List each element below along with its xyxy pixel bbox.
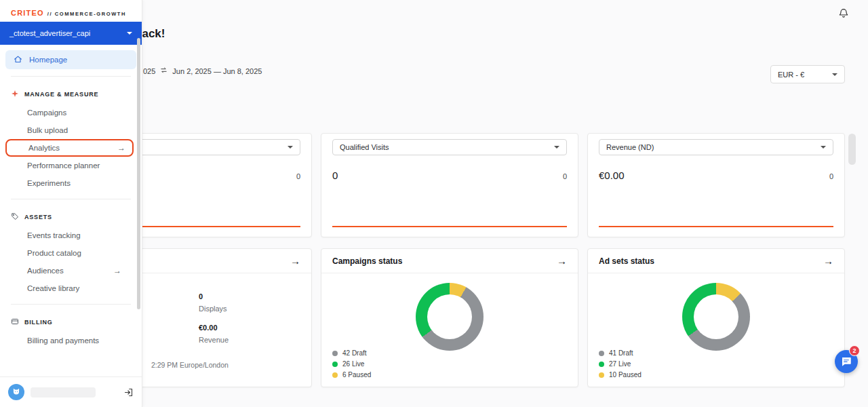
section-title: MANAGE & MEASURE: [24, 91, 98, 98]
sidebar-item-label: Homepage: [29, 56, 67, 64]
arrow-right-icon[interactable]: →: [823, 255, 833, 267]
criteo-logo: CRITEO // COMMERCE-GROWTH: [0, 0, 142, 22]
legend-dot-paused: [332, 372, 338, 378]
currency-dropdown[interactable]: EUR - €: [770, 65, 845, 83]
stat-label: Displays: [199, 305, 227, 313]
app-root: Welcome back! 025 Jun 2, 2025 — Jun 8, 2…: [0, 0, 868, 407]
kpi-select-label: Qualified Visits: [340, 143, 389, 151]
kpi-card-2: Qualified Visits 0 0: [321, 133, 578, 237]
kpi-sparkline: [332, 226, 567, 227]
legend-label: 42 Draft: [342, 349, 367, 357]
date-range-row[interactable]: 025 Jun 2, 2025 — Jun 8, 2025: [143, 66, 262, 75]
kpi-value: 0: [332, 170, 338, 181]
chat-unread-badge: 2: [849, 345, 860, 356]
notification-bell-icon[interactable]: [838, 7, 849, 22]
adsets-status-legend: 41 Draft 27 Live 10 Paused: [599, 349, 642, 379]
sidebar-item-label: Product catalog: [27, 249, 81, 257]
arrow-right-icon[interactable]: →: [557, 255, 567, 267]
kpi-sparkline: [599, 226, 833, 227]
compare-arrows-icon: [159, 66, 168, 75]
sidebar-item-label: Bulk upload: [27, 126, 68, 134]
user-avatar[interactable]: [8, 384, 24, 400]
arrow-right-icon: →: [117, 143, 125, 153]
sidebar-item-label: Campaigns: [27, 109, 66, 117]
legend-label: 10 Paused: [609, 371, 642, 379]
kpi-select-label: Revenue (ND): [606, 143, 654, 151]
sidebar-item-experiments[interactable]: Experiments: [0, 174, 142, 192]
kpi-value: €0.00: [599, 170, 625, 181]
legend-label: 6 Paused: [342, 371, 371, 379]
kpi-side-value: 0: [563, 172, 567, 180]
sidebar-item-bulk-upload[interactable]: Bulk upload: [0, 121, 142, 139]
date-prefix: 025: [143, 67, 155, 75]
chevron-down-icon: [821, 146, 826, 149]
sidebar-divider: [11, 199, 131, 199]
chevron-down-icon: [127, 32, 132, 35]
section-title: ASSETS: [24, 214, 52, 220]
legend-dot-live: [599, 362, 604, 367]
date-range: Jun 2, 2025 — Jun 8, 2025: [172, 67, 262, 75]
legend-item: 26 Live: [332, 360, 371, 368]
adsets-status-donut-chart: [682, 283, 750, 351]
page-scrollbar-thumb[interactable]: [848, 134, 856, 165]
sidebar-item-billing-and-payments[interactable]: Billing and payments: [0, 332, 142, 349]
legend-label: 26 Live: [342, 360, 364, 368]
sidebar-item-label: Analytics: [28, 144, 60, 152]
legend-item: 10 Paused: [599, 371, 642, 379]
sidebar-item-label: Performance planner: [27, 161, 100, 170]
campaigns-status-header: Campaigns status →: [321, 249, 578, 273]
sidebar-item-campaigns[interactable]: Campaigns: [0, 104, 142, 121]
logo-brand-text: CRITEO: [11, 9, 44, 17]
sidebar-item-label: Creative library: [27, 284, 79, 292]
campaigns-status-title: Campaigns status: [332, 256, 402, 266]
user-name-redacted: [31, 387, 96, 398]
stat-label: Revenue: [199, 336, 229, 344]
sidebar-item-label: Audiences: [27, 267, 64, 275]
sidebar-item-analytics[interactable]: Analytics →: [5, 139, 134, 157]
kpi-card-3: Revenue (ND) €0.00 0: [587, 133, 845, 237]
sidebar-item-product-catalog[interactable]: Product catalog: [0, 244, 142, 262]
campaigns-status-donut-chart: [416, 283, 484, 351]
chevron-down-icon: [288, 146, 293, 149]
sidebar: CRITEO // COMMERCE-GROWTH _ctotest_adver…: [0, 0, 142, 407]
legend-dot-live: [332, 362, 338, 367]
kpi-metric-select[interactable]: Revenue (ND): [599, 139, 833, 155]
legend-item: 6 Paused: [332, 371, 371, 379]
adsets-status-header: Ad sets status →: [588, 249, 844, 273]
sidebar-scrollbar-thumb[interactable]: [137, 38, 140, 309]
stat-value: €0.00: [199, 324, 218, 332]
sidebar-item-label: Experiments: [27, 179, 71, 187]
legend-dot-draft: [599, 351, 604, 356]
legend-dot-paused: [599, 372, 604, 378]
section-title: BILLING: [24, 319, 53, 326]
sidebar-item-homepage[interactable]: Homepage: [5, 50, 136, 69]
sidebar-divider: [11, 76, 131, 77]
sidebar-item-audiences[interactable]: Audiences →: [0, 262, 142, 279]
legend-label: 41 Draft: [609, 349, 633, 357]
legend-item: 27 Live: [599, 360, 642, 368]
collapse-sidebar-icon[interactable]: [123, 387, 134, 398]
billing-card-icon: [11, 317, 19, 327]
logo-suffix-text: // COMMERCE-GROWTH: [47, 11, 126, 17]
kpi-metric-select[interactable]: Qualified Visits: [332, 139, 567, 155]
kpi-side-value: 0: [296, 172, 300, 180]
sidebar-item-creative-library[interactable]: Creative library: [0, 279, 142, 297]
chevron-down-icon: [832, 73, 837, 76]
campaigns-status-legend: 42 Draft 26 Live 6 Paused: [332, 349, 371, 379]
sidebar-item-label: Events tracking: [27, 231, 81, 239]
sidebar-user-row: [0, 376, 142, 407]
chevron-down-icon: [554, 146, 559, 149]
sidebar-item-events-tracking[interactable]: Events tracking: [0, 227, 142, 244]
advertiser-selector[interactable]: _ctotest_advertiser_capi: [0, 22, 142, 45]
sidebar-item-performance-planner[interactable]: Performance planner: [0, 157, 142, 174]
kpi-side-value: 0: [829, 172, 833, 180]
sidebar-item-label: Billing and payments: [27, 336, 99, 345]
tag-icon: [11, 212, 19, 222]
home-icon: [14, 55, 22, 65]
legend-dot-draft: [332, 351, 338, 356]
arrow-right-icon[interactable]: →: [290, 255, 300, 267]
section-billing: BILLING: [0, 311, 142, 332]
section-assets: ASSETS: [0, 206, 142, 227]
legend-item: 42 Draft: [332, 349, 371, 357]
section-manage-measure: MANAGE & MEASURE: [0, 83, 142, 104]
